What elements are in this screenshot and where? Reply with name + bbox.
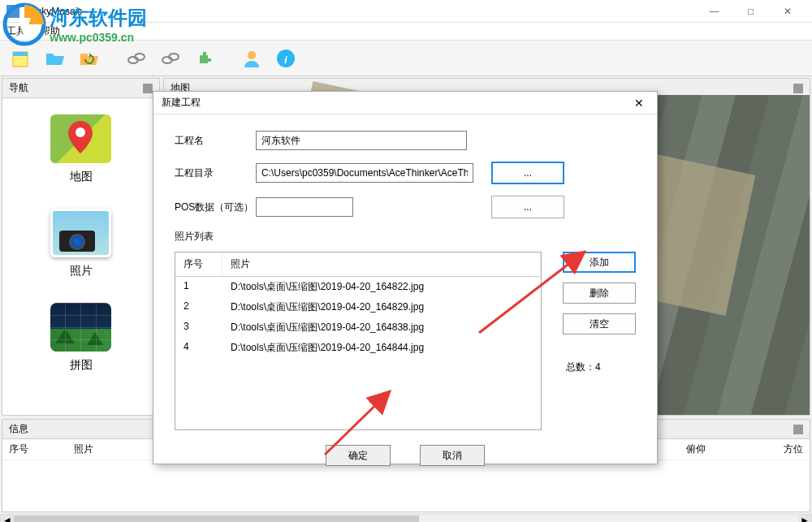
- pos-data-input[interactable]: [256, 197, 353, 217]
- clear-button[interactable]: 清空: [563, 313, 636, 334]
- new-project-icon[interactable]: [6, 44, 36, 73]
- label-pos-data: POS数据（可选）: [175, 201, 256, 214]
- nav-item-label: 照片: [50, 264, 111, 278]
- scroll-thumb[interactable]: [14, 516, 419, 522]
- col-azimuth: 方位: [706, 442, 803, 456]
- refresh-icon[interactable]: [75, 44, 104, 73]
- table-row[interactable]: 4D:\tools\桌面\压缩图\2019-04-20_164844.jpg: [175, 338, 541, 358]
- project-name-input[interactable]: [256, 131, 467, 150]
- new-project-dialog: 新建工程 ✕ 工程名 工程目录 ... POS数据（可选） ... 照片列表 序…: [153, 91, 658, 464]
- menu-tools[interactable]: 工具: [6, 24, 26, 38]
- total-count: 总数：4: [563, 360, 636, 374]
- table-body: 1D:\tools\桌面\压缩图\2019-04-20_164822.jpg 2…: [175, 277, 541, 358]
- svg-rect-2: [13, 52, 28, 56]
- info-icon[interactable]: i: [271, 44, 300, 73]
- ok-button[interactable]: 确定: [326, 445, 391, 466]
- menubar: 工具 帮助: [0, 23, 812, 41]
- label-project-dir: 工程目录: [175, 166, 256, 180]
- link1-icon[interactable]: [122, 44, 151, 73]
- nav-item-label: 拼图: [50, 358, 111, 373]
- nav-panel: 导航 地图 照片: [2, 78, 160, 416]
- photo-table: 序号 照片 1D:\tools\桌面\压缩图\2019-04-20_164822…: [175, 252, 542, 430]
- user-icon[interactable]: [237, 44, 266, 73]
- open-icon[interactable]: [41, 44, 70, 73]
- maximize-button[interactable]: □: [732, 0, 769, 23]
- label-project-name: 工程名: [175, 134, 256, 148]
- th-seq[interactable]: 序号: [175, 252, 222, 276]
- panel-toggle-icon[interactable]: [143, 84, 153, 93]
- cancel-button[interactable]: 取消: [420, 445, 485, 466]
- menu-help[interactable]: 帮助: [41, 24, 60, 38]
- horizontal-scrollbar[interactable]: ◄ ►: [0, 514, 812, 522]
- panel-toggle-icon[interactable]: [793, 84, 803, 93]
- nav-item-photo[interactable]: 照片: [50, 209, 111, 278]
- col-seq: 序号: [9, 442, 74, 456]
- browse-pos-button[interactable]: ...: [491, 196, 564, 218]
- scroll-left-icon[interactable]: ◄: [1, 515, 14, 522]
- close-button[interactable]: ✕: [769, 0, 806, 23]
- app-icon: [6, 5, 19, 18]
- panel-toggle-icon[interactable]: [793, 425, 803, 434]
- app-title: RockyMosaic: [24, 6, 82, 17]
- toolbar: i: [0, 41, 812, 76]
- svg-point-7: [248, 51, 256, 59]
- label-photo-list: 照片列表: [175, 230, 636, 244]
- dialog-titlebar: 新建工程 ✕: [153, 92, 657, 114]
- info-panel-title: 信息: [9, 422, 28, 436]
- dialog-close-button[interactable]: ✕: [629, 97, 649, 110]
- th-photo[interactable]: 照片: [222, 252, 541, 276]
- table-row[interactable]: 2D:\tools\桌面\压缩图\2019-04-20_164829.jpg: [175, 297, 541, 317]
- nav-item-mosaic[interactable]: 拼图: [50, 303, 111, 373]
- browse-dir-button[interactable]: ...: [491, 162, 564, 184]
- link2-icon[interactable]: [156, 44, 185, 73]
- delete-button[interactable]: 删除: [563, 283, 636, 304]
- titlebar: RockyMosaic — □ ✕: [0, 0, 812, 23]
- nav-panel-header: 导航: [2, 79, 159, 98]
- nav-panel-title: 导航: [9, 81, 28, 95]
- plugin-icon[interactable]: [190, 44, 219, 73]
- nav-item-label: 地图: [50, 170, 111, 184]
- scroll-right-icon[interactable]: ►: [798, 515, 811, 522]
- nav-item-map[interactable]: 地图: [50, 114, 111, 184]
- dialog-title: 新建工程: [162, 96, 201, 110]
- add-button[interactable]: 添加: [563, 252, 636, 273]
- table-row[interactable]: 1D:\tools\桌面\压缩图\2019-04-20_164822.jpg: [175, 277, 541, 297]
- project-dir-input[interactable]: [256, 163, 473, 183]
- table-row[interactable]: 3D:\tools\桌面\压缩图\2019-04-20_164838.jpg: [175, 317, 541, 338]
- minimize-button[interactable]: —: [696, 0, 732, 23]
- svg-point-10: [76, 127, 85, 137]
